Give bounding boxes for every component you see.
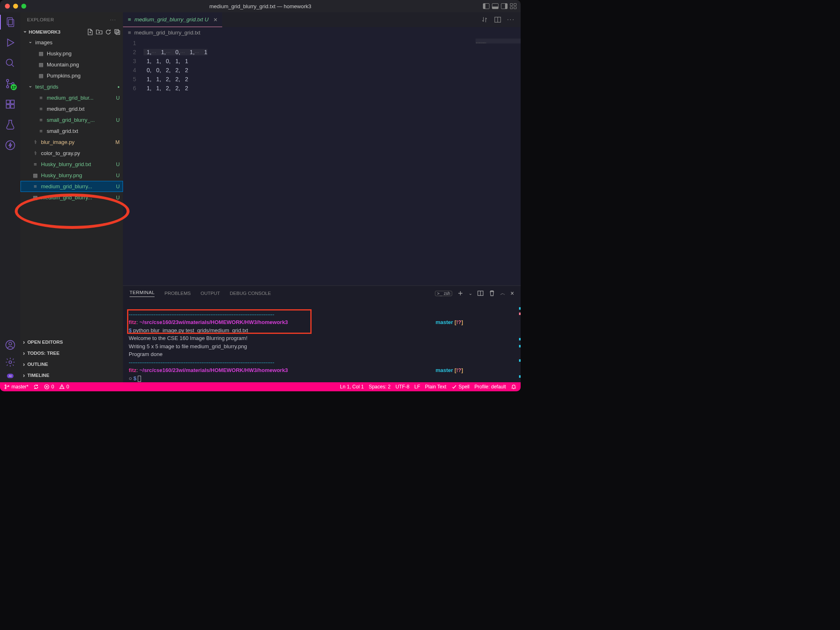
run-debug-icon[interactable] — [5, 37, 16, 48]
section-todos-tree[interactable]: TODOS: TREE — [23, 347, 121, 358]
file-item[interactable]: ≡small_grid_blurry_...U — [20, 114, 123, 126]
line-numbers: 123456 — [123, 38, 143, 285]
file-item[interactable]: ≡medium_grid_blur...U — [20, 92, 123, 103]
status-profile[interactable]: Profile: default — [474, 384, 506, 390]
terminal-scrollbar-markers — [519, 302, 521, 381]
split-terminal-icon[interactable] — [477, 290, 484, 297]
panel-tab-terminal[interactable]: TERMINAL — [130, 290, 155, 297]
accounts-icon[interactable] — [5, 339, 16, 351]
terminal-output[interactable]: ----------------------------------------… — [123, 301, 521, 382]
status-branch[interactable]: master* — [4, 384, 28, 390]
new-terminal-icon[interactable] — [457, 290, 464, 297]
chevron-down-icon — [28, 40, 33, 46]
explorer-icon[interactable] — [5, 16, 16, 28]
compare-changes-icon[interactable] — [481, 16, 488, 23]
explorer-more-icon[interactable]: ··· — [110, 17, 116, 22]
ai-pill[interactable]: AI — [7, 374, 14, 378]
status-spell[interactable]: Spell — [451, 384, 470, 390]
image-file-icon: ▩ — [38, 73, 44, 79]
svg-point-2 — [6, 59, 12, 65]
new-folder-icon[interactable] — [96, 29, 102, 35]
minimap[interactable]: |||||||||||||||||| — [476, 39, 521, 43]
minimize-window-icon[interactable] — [13, 4, 18, 9]
new-file-icon[interactable] — [87, 29, 93, 35]
panel-tab-debug[interactable]: DEBUG CONSOLE — [230, 291, 271, 296]
file-label: medium_grid_blurry... — [41, 194, 92, 201]
status-spaces[interactable]: Spaces: 2 — [369, 384, 390, 390]
git-status: U — [116, 173, 120, 178]
file-item[interactable]: ≡Husky_blurry_grid.txtU — [20, 159, 123, 170]
text-file-icon: ≡ — [128, 30, 131, 36]
editor-tab-active[interactable]: ≡ medium_grid_blurry_grid.txt U × — [123, 12, 222, 27]
svg-rect-0 — [7, 18, 12, 25]
status-encoding[interactable]: UTF-8 — [396, 384, 410, 390]
layout-grid-icon[interactable] — [510, 3, 517, 9]
zoom-window-icon[interactable] — [21, 4, 26, 9]
text-file-icon: ≡ — [38, 128, 44, 134]
refresh-icon[interactable] — [105, 29, 112, 35]
file-item[interactable]: ≡medium_grid.txt — [20, 103, 123, 114]
panel-tab-problems[interactable]: PROBLEMS — [164, 291, 191, 296]
file-item[interactable]: ▩Husky_blurry.pngU — [20, 170, 123, 181]
breadcrumb[interactable]: ≡ medium_grid_blurry_grid.txt — [123, 27, 521, 38]
tab-more-icon[interactable]: ··· — [507, 16, 515, 23]
file-item-selected[interactable]: ≡medium_grid_blurry...U — [20, 181, 123, 192]
layout-sidebar-left-icon[interactable] — [483, 3, 489, 9]
image-file-icon: ▩ — [32, 194, 39, 201]
section-timeline[interactable]: TIMELINE — [23, 370, 121, 381]
panel-close-icon[interactable]: × — [510, 290, 514, 297]
titlebar: medium_grid_blurry_grid.txt — homework3 — [0, 0, 521, 12]
panel-tab-output[interactable]: OUTPUT — [200, 291, 220, 296]
chevron-right-icon — [23, 361, 25, 368]
status-language[interactable]: Plain Text — [425, 384, 446, 390]
file-item[interactable]: ⚕blur_image.pyM — [20, 137, 123, 148]
file-item[interactable]: ▩Mountain.png — [20, 59, 123, 70]
code-content[interactable]: 1,··· 1,··· 0,··· 1,··· 1 1, 1, 0, 1, 1 … — [143, 38, 521, 285]
file-label: Pumpkins.png — [47, 73, 80, 79]
status-eol[interactable]: LF — [414, 384, 420, 390]
git-status: U — [116, 162, 120, 167]
section-label: OPEN EDITORS — [27, 340, 63, 345]
explorer-section-header[interactable]: HOMEWORK3 — [20, 27, 123, 37]
testing-icon[interactable] — [5, 119, 16, 130]
image-file-icon: ▩ — [38, 50, 44, 57]
panel-maximize-icon[interactable]: ︿ — [500, 290, 505, 297]
section-label: OUTLINE — [27, 362, 48, 367]
chevron-right-icon — [23, 350, 25, 356]
status-sync[interactable] — [33, 384, 39, 390]
search-icon[interactable] — [5, 57, 16, 69]
source-control-icon[interactable]: 17 — [5, 78, 16, 89]
extensions-icon[interactable] — [5, 98, 16, 110]
section-outline[interactable]: OUTLINE — [23, 358, 121, 370]
file-item[interactable]: ▩medium_grid_blurry...U — [20, 192, 123, 203]
status-warnings[interactable]: 0 — [59, 384, 69, 390]
file-label: blur_image.py — [41, 139, 75, 145]
file-item[interactable]: ▩Husky.png — [20, 48, 123, 59]
file-label: medium_grid_blurry... — [41, 183, 92, 189]
status-cursor-pos[interactable]: Ln 1, Col 1 — [340, 384, 364, 390]
terminal-split-chevron-icon[interactable]: ⌄ — [469, 291, 472, 296]
status-errors[interactable]: 0 — [44, 384, 54, 390]
folder-images[interactable]: images — [20, 37, 123, 48]
thunder-icon[interactable] — [5, 139, 16, 151]
split-editor-icon[interactable] — [494, 16, 501, 23]
svg-point-13 — [9, 361, 12, 364]
editor-body[interactable]: 123456 1,··· 1,··· 0,··· 1,··· 1 1, 1, 0… — [123, 38, 521, 285]
settings-gear-icon[interactable] — [5, 356, 16, 368]
close-window-icon[interactable] — [5, 4, 10, 9]
close-tab-icon[interactable]: × — [214, 16, 218, 23]
section-open-editors[interactable]: OPEN EDITORS — [23, 336, 121, 347]
collapse-all-icon[interactable] — [114, 29, 121, 35]
folder-test-grids[interactable]: test_grids — [20, 81, 123, 92]
layout-sidebar-right-icon[interactable] — [501, 3, 508, 9]
layout-panel-bottom-icon[interactable] — [492, 3, 499, 9]
terminal-shell-select[interactable]: >_zsh — [435, 291, 452, 296]
file-item[interactable]: ≡small_grid.txt — [20, 126, 123, 137]
file-label: Husky_blurry_grid.txt — [41, 161, 91, 167]
file-item[interactable]: ⚕color_to_gray.py — [20, 148, 123, 159]
status-bell-icon[interactable] — [511, 384, 517, 390]
file-item[interactable]: ▩Pumpkins.png — [20, 70, 123, 81]
trash-icon[interactable] — [489, 290, 495, 297]
editor-region: ≡ medium_grid_blurry_grid.txt U × ··· ≡ … — [123, 12, 521, 382]
window-controls[interactable] — [5, 4, 26, 9]
